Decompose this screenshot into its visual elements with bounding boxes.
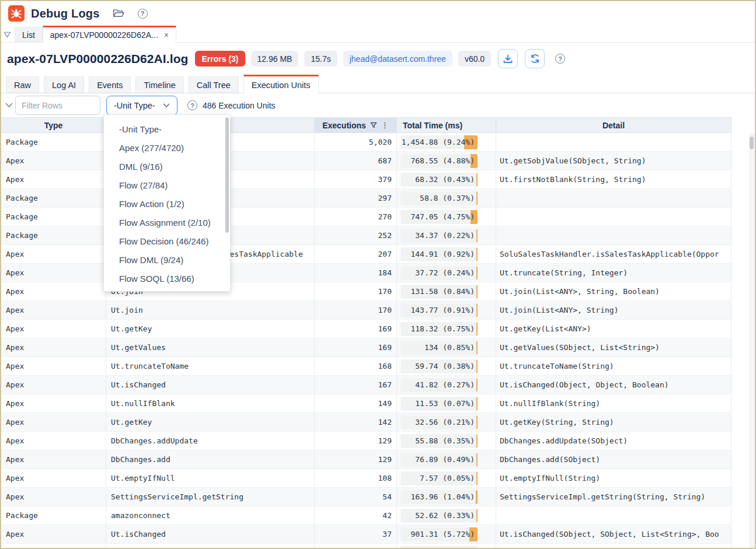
close-tab-icon[interactable]: × bbox=[164, 30, 169, 40]
cell-type: Apex bbox=[1, 488, 106, 506]
time-percent-bar bbox=[476, 191, 478, 205]
unit-type-option[interactable]: Flow Decision (46/246) bbox=[104, 232, 230, 250]
table-row[interactable]: ApexUt.isChanged16741.82 (0.27%)Ut.isCha… bbox=[1, 376, 731, 394]
cell-total-time: 131.58 (0.84%) bbox=[397, 282, 496, 300]
time-percent-bar bbox=[476, 490, 478, 504]
unit-type-option[interactable]: Apex (277/4720) bbox=[104, 138, 230, 157]
cell-name: Ut.isChanged bbox=[106, 525, 315, 543]
folder-open-icon bbox=[113, 8, 125, 19]
scrollbar-thumb[interactable] bbox=[750, 137, 754, 149]
table-row[interactable]: ApexUt.nullIfBlank14911.53 (0.07%)Ut.nul… bbox=[1, 394, 731, 413]
total-time-pill: 1,454.88 (9.24%) bbox=[400, 135, 478, 149]
api-version-badge: v60.0 bbox=[458, 51, 491, 67]
tab-list-dropdown-button[interactable] bbox=[4, 32, 11, 38]
cell-type: Apex bbox=[1, 264, 106, 282]
cell-detail: Ut.getKey(String, String) bbox=[496, 413, 731, 431]
user-badge[interactable]: jhead@datasert.com.three bbox=[343, 51, 452, 67]
cell-name: Ut.getKey bbox=[106, 413, 315, 431]
log-help-icon[interactable]: ? bbox=[555, 54, 565, 64]
cell-detail: Ut.getValues(SObject, List<String>) bbox=[496, 338, 731, 356]
cell-executions: 170 bbox=[315, 282, 397, 300]
cell-name: Ut.join bbox=[106, 301, 315, 319]
total-time-value: 55.88 (0.35%) bbox=[415, 436, 475, 445]
tab-log-file[interactable]: apex-07LVP00000226D62A... × bbox=[43, 26, 176, 43]
time-percent-bar bbox=[476, 322, 478, 336]
open-log-button[interactable] bbox=[113, 8, 125, 19]
unit-type-option[interactable]: -Unit Type- bbox=[104, 120, 230, 138]
tab-execution-units[interactable]: Execution Units bbox=[243, 75, 319, 93]
dropdown-options: -Unit Type-Apex (277/4720)DML (9/16)Flow… bbox=[104, 120, 230, 288]
tab-events[interactable]: Events bbox=[89, 76, 131, 93]
cell-executions: 168 bbox=[315, 357, 397, 375]
tab-call-tree[interactable]: Call Tree bbox=[189, 76, 239, 93]
cell-type: Apex bbox=[1, 469, 106, 487]
column-header-executions[interactable]: Executions ⋮ bbox=[315, 118, 397, 132]
cell-total-time: 901.31 (5.72%) bbox=[397, 525, 496, 543]
tab-log-ai[interactable]: Log AI bbox=[44, 76, 84, 93]
cell-total-time: 11.53 (0.07%) bbox=[397, 394, 496, 412]
table-row[interactable]: ApexUt.join170143.77 (0.91%)Ut.join(List… bbox=[1, 301, 731, 320]
tab-timeline[interactable]: Timeline bbox=[135, 76, 183, 93]
table-row[interactable] bbox=[1, 544, 731, 549]
total-time-value: 163.96 (1.04%) bbox=[410, 492, 475, 501]
filter-funnel-icon[interactable] bbox=[370, 122, 377, 128]
cell-detail bbox=[496, 208, 731, 226]
tab-raw[interactable]: Raw bbox=[6, 76, 39, 93]
table-row[interactable]: ApexUt.isChanged37901.31 (5.72%)Ut.isCha… bbox=[1, 525, 731, 544]
vertical-scrollbar[interactable] bbox=[749, 133, 755, 548]
total-time-value: 901.31 (5.72%) bbox=[410, 530, 475, 538]
total-time-value: 59.74 (0.38%) bbox=[415, 362, 475, 370]
table-row[interactable]: ApexDbChanges.add12976.89 (0.49%)DbChang… bbox=[1, 450, 731, 469]
column-header-total-time[interactable]: Total Time (ms) bbox=[397, 118, 496, 132]
unit-type-option[interactable]: Flow Assignment (2/10) bbox=[104, 213, 230, 232]
unit-type-option[interactable]: Flow SOQL (13/66) bbox=[104, 269, 230, 288]
unit-type-option[interactable]: DML (9/16) bbox=[104, 157, 230, 176]
cell-type: Apex bbox=[1, 245, 106, 263]
table-row[interactable]: ApexUt.emptyIfNull1087.57 (0.05%)Ut.empt… bbox=[1, 469, 731, 488]
cell-name: Ut.truncateToName bbox=[106, 357, 315, 375]
cell-name: Ut.getValues bbox=[106, 338, 315, 356]
cell-total-time: 143.77 (0.91%) bbox=[397, 301, 496, 319]
total-time-value: 76.89 (0.49%) bbox=[415, 455, 475, 464]
cell-executions: 149 bbox=[315, 394, 397, 412]
unit-type-option[interactable]: Flow Action (1/2) bbox=[104, 194, 230, 213]
table-row[interactable]: ApexUt.getValues169134 (0.85%)Ut.getValu… bbox=[1, 338, 731, 357]
column-header-type[interactable]: Type bbox=[1, 118, 106, 132]
table-row[interactable]: ApexSettingsServiceImpl.getString54163.9… bbox=[1, 488, 731, 506]
app-help-button[interactable]: ? bbox=[138, 9, 148, 19]
total-time-value: 32.56 (0.21%) bbox=[415, 418, 475, 426]
total-time-pill: 32.56 (0.21%) bbox=[400, 415, 478, 429]
total-time-pill: 37.72 (0.24%) bbox=[400, 266, 478, 280]
cell-executions bbox=[315, 544, 397, 549]
total-time-pill: 55.88 (0.35%) bbox=[400, 434, 478, 448]
units-help-icon[interactable]: ? bbox=[187, 100, 197, 110]
column-menu-icon[interactable]: ⋮ bbox=[381, 121, 389, 130]
unit-type-option[interactable]: Flow (27/84) bbox=[104, 176, 230, 194]
refresh-button[interactable] bbox=[525, 49, 545, 68]
collapse-filters-button[interactable] bbox=[5, 103, 13, 108]
unit-type-select[interactable]: -Unit Type- bbox=[106, 96, 177, 116]
table-row[interactable]: ApexUt.getKey14232.56 (0.21%)Ut.getKey(S… bbox=[1, 413, 731, 432]
column-header-detail[interactable]: Detail bbox=[496, 118, 731, 132]
errors-badge[interactable]: Errors (3) bbox=[195, 51, 245, 67]
table-row[interactable]: ApexUt.getKey169118.32 (0.75%)Ut.getKey(… bbox=[1, 320, 731, 338]
table-row[interactable]: ApexUt.truncateToName16859.74 (0.38%)Ut.… bbox=[1, 357, 731, 376]
cell-type: Package bbox=[1, 133, 106, 151]
tab-list[interactable]: List bbox=[15, 27, 43, 42]
download-button[interactable] bbox=[498, 49, 518, 68]
unit-type-option[interactable]: Flow DML (9/24) bbox=[104, 250, 230, 269]
total-time-pill: 163.96 (1.04%) bbox=[400, 490, 478, 504]
log-file-title: apex-07LVP00000226D62AI.log bbox=[7, 52, 188, 66]
cell-name: Ut.getKey bbox=[106, 320, 315, 338]
tab-list-label: List bbox=[22, 30, 35, 40]
table-row[interactable]: Packageamazonconnect4252.62 (0.33%) bbox=[1, 506, 731, 525]
app-title: Debug Logs bbox=[31, 7, 100, 20]
dropdown-scrollbar-thumb[interactable] bbox=[225, 117, 229, 233]
total-time-pill: 11.53 (0.07%) bbox=[400, 397, 478, 411]
table-row[interactable]: ApexDbChanges.addUpdate12955.88 (0.35%)D… bbox=[1, 432, 731, 450]
cell-total-time: 52.62 (0.33%) bbox=[397, 506, 496, 524]
cell-total-time: 144.91 (0.92%) bbox=[397, 245, 496, 263]
unit-type-value: -Unit Type- bbox=[114, 101, 155, 110]
filter-rows-input[interactable] bbox=[15, 96, 100, 115]
time-percent-bar bbox=[476, 266, 478, 280]
